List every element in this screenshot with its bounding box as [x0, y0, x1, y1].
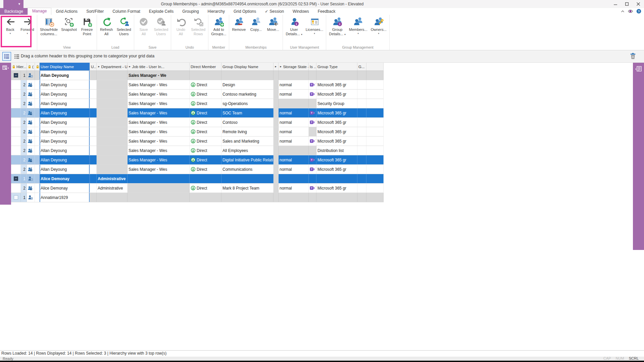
direct-member: Direct — [197, 111, 207, 115]
ribbon-group-view: Show/Hidecolumns...SnapshotFreezePointVi… — [37, 15, 97, 50]
column-header-label: U... — [91, 65, 97, 69]
column-header-type[interactable]: Group Type — [316, 63, 357, 70]
tab-explode-cells[interactable]: Explode Cells — [145, 8, 178, 15]
table-row[interactable]: 2Allan DeyoungSales Manager - WesDirectA… — [11, 146, 384, 155]
table-row[interactable]: 2Allan DeyoungSales Manager - WesDirectC… — [11, 165, 384, 174]
column-header-label: Department - Us... — [101, 65, 128, 69]
column-header-name[interactable]: User Display Name — [40, 63, 90, 70]
move-button[interactable]: Move... — [264, 15, 282, 32]
tab-hierarchy[interactable]: Hierarchy — [203, 8, 229, 15]
column-header-job[interactable]: ►Job title - User In... — [128, 63, 190, 70]
people-info-icon: i — [332, 17, 342, 27]
snapshot-button[interactable]: Snapshot — [59, 15, 78, 32]
column-header-label: ( — [32, 65, 34, 69]
tab-column-format[interactable]: Column Format — [108, 8, 145, 15]
table-row[interactable]: 2Allan DeyoungSales Manager - WesDirectC… — [11, 90, 384, 99]
hierarchy-view-toggle[interactable] — [2, 52, 11, 61]
tab-grid-actions[interactable]: Grid Actions — [51, 8, 82, 15]
direct-member-icon — [191, 110, 196, 115]
add-to-groups-button[interactable]: Add toGroups... — [209, 15, 228, 36]
right-panel-tab[interactable]: ‹ — [633, 63, 644, 250]
column-header-narrow[interactable]: ►... — [274, 63, 279, 70]
ribbon-group-label: User Management — [283, 45, 326, 49]
column-header-u[interactable]: U... — [90, 63, 97, 70]
direct-member-icon — [191, 82, 196, 87]
table-row[interactable]: −1Alice DemonayAdministrative — [11, 174, 384, 184]
tab-manage[interactable]: Manage — [28, 8, 51, 15]
licenses-button[interactable]: Licenses...▾ — [304, 15, 325, 35]
table-row[interactable]: 2Allan DeyoungSales Manager - WesDirectD… — [11, 155, 384, 165]
table-row[interactable]: 2Allan DeyoungSales Manager - WesDirectS… — [11, 137, 384, 146]
column-header-s[interactable]: S — [35, 63, 40, 70]
arrow-left-icon — [5, 17, 15, 27]
members-button[interactable]: Members...▾ — [347, 15, 369, 35]
undo-all-button[interactable]: UndoAll — [172, 15, 189, 36]
remove-button[interactable]: Remove — [230, 15, 247, 32]
ribbon: Back▾Forward▾Show/Hidecolumns...Snapshot… — [0, 15, 644, 50]
column-header-filler[interactable] — [366, 63, 384, 70]
table-row[interactable]: 2Allan DeyoungSales Manager - WesDirectD… — [11, 80, 384, 90]
maximize-button[interactable] — [621, 0, 633, 8]
freeze-point-button[interactable]: FreezePoint — [79, 15, 96, 36]
left-panel-tab[interactable]: › — [0, 63, 11, 205]
refresh-all-button[interactable]: RefreshAll — [98, 15, 115, 36]
column-header-dept[interactable]: ►Department - Us... — [97, 63, 128, 70]
tab-grouping[interactable]: Grouping — [178, 8, 203, 15]
svg-text:T: T — [311, 111, 312, 114]
column-header-g[interactable]: G... — [357, 63, 366, 70]
table-row[interactable]: 1Annatimar1929 — [11, 193, 384, 202]
copy-button[interactable]: Copy... — [247, 15, 264, 32]
save-selected-users-button[interactable]: SelectedUsers — [152, 15, 170, 36]
load-selected-users-button[interactable]: SelectedUsers — [115, 15, 133, 36]
column-header-label: Direct Member — [191, 65, 216, 69]
help-icon[interactable]: ? — [636, 9, 641, 14]
column-header-storage[interactable]: ►Storage State - D... — [279, 63, 309, 70]
trash-icon[interactable] — [629, 52, 637, 60]
minimize-button[interactable] — [610, 0, 621, 8]
forward-button[interactable]: Forward▾ — [19, 15, 36, 35]
direct-member: Direct — [197, 92, 207, 97]
tab-feedback[interactable]: Feedback — [313, 8, 340, 15]
undo-selected-rows-button[interactable]: SelectedRows — [189, 15, 207, 36]
group-display-name: Contoso — [222, 120, 238, 125]
table-row[interactable]: 2Allan DeyoungSales Manager - WesDirects… — [11, 99, 384, 108]
save-check-icon — [139, 17, 149, 27]
owners-button[interactable]: Owners...▾ — [369, 15, 388, 35]
direct-member-icon — [191, 157, 196, 162]
tab-sort-filter[interactable]: Sort/Filter — [82, 8, 108, 15]
hierarchy-level: 2 — [23, 111, 26, 115]
group-details-button[interactable]: iGroupDetails... ▾ — [327, 15, 347, 37]
table-row[interactable]: 2Alice DemonayAdministrativeDirectMark 8… — [11, 184, 384, 193]
row-checkbox[interactable] — [14, 195, 18, 200]
table-row[interactable]: 2Allan DeyoungSales Manager - WesDirectS… — [11, 108, 384, 118]
tab-grid-options[interactable]: Grid Options — [229, 8, 260, 15]
column-header-icon[interactable]: ( — [27, 63, 35, 70]
tab-backstage[interactable]: Backstage — [0, 8, 28, 15]
collapse-toggle[interactable]: − — [14, 176, 18, 181]
ribbon-group-memberships: RemoveCopy...Move...Memberships — [229, 15, 283, 50]
user-details-button[interactable]: iUserDetails... ▾ — [284, 15, 304, 37]
collapse-ribbon-chevron-icon[interactable] — [621, 10, 625, 13]
close-button[interactable] — [633, 0, 644, 8]
session-eye-icon[interactable] — [628, 9, 633, 13]
direct-member-icon — [191, 129, 196, 134]
back-button[interactable]: Back▾ — [2, 15, 19, 35]
tab-windows[interactable]: Windows — [288, 8, 313, 15]
table-row[interactable]: 2Allan DeyoungSales Manager - WesDirectC… — [11, 118, 384, 127]
flat-view-toggle[interactable] — [12, 52, 21, 61]
show-hide-columns-button[interactable]: Show/Hidecolumns... — [38, 15, 59, 36]
collapse-toggle[interactable]: − — [14, 73, 18, 77]
column-header-group[interactable]: Group Display Name — [221, 63, 274, 70]
column-header-direct[interactable]: Direct Member — [190, 63, 221, 70]
save-all-button[interactable]: SaveAll — [135, 15, 152, 36]
tab-session[interactable]: ✓Session — [260, 8, 288, 15]
grouping-zone[interactable]: Drag a column header to this grouping zo… — [0, 50, 644, 63]
button-label: Licenses... — [306, 28, 324, 32]
table-row[interactable]: 2Allan DeyoungSales Manager - WesDirectR… — [11, 127, 384, 137]
sort-arrow-icon: ► — [129, 65, 131, 68]
people-move-icon — [268, 17, 278, 27]
column-header-hier[interactable]: Hier... — [11, 63, 27, 70]
column-header-is[interactable]: Is ... — [309, 63, 316, 70]
user-display-name: Annatimar1929 — [41, 195, 68, 200]
table-row[interactable]: −1Allan DeyoungSales Manager - We — [11, 71, 384, 80]
